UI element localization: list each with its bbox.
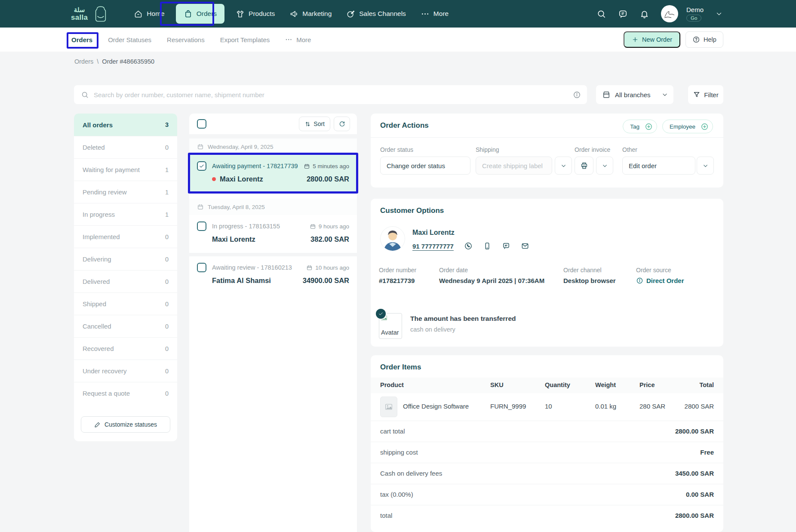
summary-row-cod-fees: Cash on delivery fees 3450.00 SAR	[371, 463, 723, 484]
print-invoice-button[interactable]	[575, 157, 593, 175]
sidebar-item-request-a-quote[interactable]: Request a quote0	[74, 382, 177, 404]
order-channel-label: Order channel	[563, 267, 602, 274]
sidebar-item-delivering[interactable]: Delivering0	[74, 248, 177, 270]
plus-circle-icon	[645, 123, 653, 131]
add-employee-button[interactable]: Employee	[662, 120, 713, 133]
search-icon[interactable]	[596, 9, 606, 19]
sidebar-item-implemented[interactable]: Implemented0	[74, 225, 177, 248]
salla-logo[interactable]: سلة salla	[71, 5, 110, 23]
column-weight: Weight	[595, 381, 616, 388]
status-count: 0	[165, 390, 169, 397]
payment-status-text: The amount has been transferred	[410, 315, 516, 323]
nav-orders[interactable]: Orders	[176, 4, 224, 24]
tab-orders[interactable]: Orders	[71, 36, 92, 43]
nav-more[interactable]: More	[415, 0, 455, 28]
status-count: 0	[165, 256, 169, 263]
customer-contact-row: 91 777777777	[412, 242, 529, 250]
product-weight: 0.01 kg	[595, 403, 616, 410]
chevron-down-icon	[702, 163, 709, 169]
summary-row-total: total 2800.00 SAR	[371, 505, 723, 526]
order-status-label: Order status	[380, 146, 413, 153]
spacer	[189, 194, 357, 199]
whatsapp-icon[interactable]	[464, 242, 473, 250]
order-checkbox[interactable]	[197, 221, 206, 231]
order-card-awaiting-payment[interactable]: Awaiting payment - 178217739 5 minutes a…	[189, 155, 357, 194]
order-checkbox[interactable]	[197, 263, 206, 272]
sort-button[interactable]: Sort	[299, 117, 330, 131]
order-source-value[interactable]: Direct Order	[636, 277, 684, 284]
breadcrumb-orders[interactable]: Orders	[74, 58, 93, 65]
nav-home[interactable]: Home	[128, 0, 170, 28]
notifications-bell-icon[interactable]	[639, 9, 649, 19]
nav-products[interactable]: Products	[230, 0, 281, 28]
tab-reservations[interactable]: Reservations	[167, 36, 205, 43]
edit-order-select[interactable]: Edit order	[622, 157, 695, 175]
chat-icon[interactable]	[618, 9, 628, 19]
user-menu[interactable]: Demo Go	[686, 6, 704, 22]
sidebar-item-in-progress[interactable]: In progress1	[74, 203, 177, 225]
order-status-line: In progress - 178163155	[212, 223, 310, 230]
subnav-buttons: New Order Help	[624, 31, 723, 48]
customer-phone-link[interactable]: 91 777777777	[412, 243, 454, 250]
add-tag-button[interactable]: Tag	[623, 120, 657, 133]
status-label: Shipped	[83, 300, 106, 308]
tab-export-templates[interactable]: Export Templates	[220, 36, 270, 43]
sidebar-item-all-orders[interactable]: All orders3	[74, 114, 177, 136]
new-order-button[interactable]: New Order	[624, 31, 680, 48]
search-info-icon[interactable]	[573, 91, 581, 99]
customize-statuses-button[interactable]: Customize statuses	[81, 416, 170, 433]
summary-label: cart total	[380, 427, 405, 435]
product-name[interactable]: Office Design Software	[403, 403, 469, 410]
sidebar-item-delivered[interactable]: Delivered0	[74, 270, 177, 292]
status-label: In progress	[83, 211, 115, 218]
select-all-checkbox[interactable]	[197, 119, 206, 129]
status-label: Request a quote	[83, 390, 130, 397]
order-card-in-progress[interactable]: In progress - 178163155 9 hours ago Maxi…	[189, 215, 357, 253]
sms-chat-icon[interactable]	[502, 242, 510, 250]
other-label: Other	[622, 146, 637, 153]
nav-more-label: More	[433, 10, 449, 18]
branches-dropdown[interactable]: All branches	[596, 85, 673, 104]
sidebar-item-cancelled[interactable]: Cancelled0	[74, 315, 177, 337]
create-shipping-label-button[interactable]: Create shipping label	[476, 157, 552, 175]
nav-sales-channels[interactable]: Sales Channels	[340, 0, 412, 28]
invoice-chevron-button[interactable]	[596, 157, 613, 175]
product-thumbnail	[380, 397, 397, 417]
summary-label: shipping cost	[380, 449, 418, 456]
mobile-phone-icon[interactable]	[483, 242, 492, 250]
email-icon[interactable]	[521, 242, 529, 250]
order-statuses-sidebar: All orders3 Deleted0 Waiting for payment…	[74, 114, 177, 441]
other-chevron-button[interactable]	[697, 157, 714, 175]
help-button[interactable]: Help	[685, 31, 723, 48]
sidebar-item-under-recovery[interactable]: Under recovery0	[74, 360, 177, 382]
filter-button[interactable]: Filter	[688, 85, 723, 104]
order-date-label: Order date	[439, 267, 468, 274]
search-input[interactable]	[94, 91, 573, 98]
sidebar-item-shipped[interactable]: Shipped0	[74, 292, 177, 315]
nav-sales-channels-label: Sales Channels	[359, 10, 406, 18]
tab-order-statuses[interactable]: Order Statuses	[108, 36, 151, 43]
plus-circle-icon	[701, 123, 709, 131]
user-chevron-down-icon[interactable]	[715, 10, 723, 18]
order-actions-title: Order Actions	[380, 121, 429, 130]
shipping-chevron-button[interactable]	[555, 157, 572, 175]
sidebar-item-recovered[interactable]: Recovered0	[74, 337, 177, 360]
refresh-button[interactable]	[334, 117, 350, 131]
user-avatar[interactable]	[661, 5, 678, 22]
summary-value: Free	[700, 449, 714, 456]
order-amount: 34900.00 SAR	[303, 277, 349, 285]
order-checkbox-checked[interactable]	[197, 161, 206, 171]
order-card-awaiting-review[interactable]: Awaiting review - 178160213 10 hours ago…	[189, 256, 357, 294]
summary-value: 2800.00 SAR	[675, 427, 714, 435]
sidebar-item-pending-review[interactable]: Pending review1	[74, 181, 177, 203]
status-label: Waiting for payment	[83, 166, 140, 173]
status-count: 0	[165, 345, 169, 352]
change-order-status-select[interactable]: Change order status	[380, 157, 470, 175]
sidebar-item-waiting-for-payment[interactable]: Waiting for payment1	[74, 158, 177, 181]
tab-more[interactable]: More	[285, 36, 311, 43]
nav-marketing[interactable]: Marketing	[283, 0, 338, 28]
product-sku: FURN_9999	[490, 403, 526, 410]
sidebar-item-deleted[interactable]: Deleted0	[74, 136, 177, 158]
nav-products-label: Products	[249, 10, 275, 18]
order-search-bar[interactable]	[74, 85, 587, 104]
